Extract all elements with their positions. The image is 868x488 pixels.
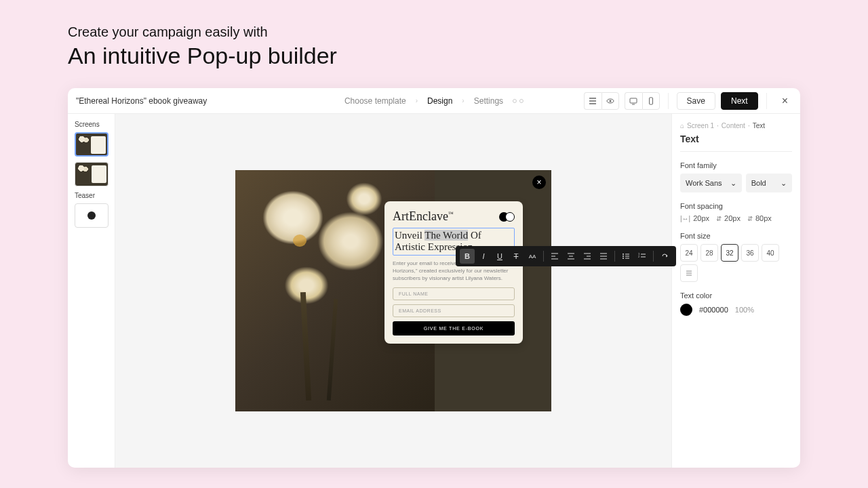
mobile-icon[interactable]: [642, 92, 660, 110]
hero-title: An intuitive Pop-up builder: [68, 43, 800, 69]
font-size-28[interactable]: 28: [701, 244, 718, 262]
font-size-group: 24 28 32 36 40: [680, 244, 792, 282]
cta-button[interactable]: GIVE ME THE E-BOOK: [393, 321, 515, 336]
redo-icon[interactable]: [657, 249, 672, 264]
step-indicator-dots: [513, 99, 524, 103]
line-height-icon: ⇵: [716, 215, 722, 222]
campaign-name: "Ethereal Horizons" ebook giveaway: [76, 96, 207, 106]
teaser-label: Teaser: [75, 192, 108, 199]
svg-rect-3: [649, 98, 652, 104]
svg-text:2: 2: [638, 255, 640, 258]
name-input[interactable]: FULL NAME: [393, 287, 515, 300]
breadcrumb: ⌂ Screen 1· Content· Text: [680, 122, 792, 129]
app-window: "Ethereal Horizons" ebook giveaway Choos…: [68, 88, 800, 468]
screen-thumb-2[interactable]: [75, 162, 108, 186]
align-center-icon[interactable]: [564, 249, 578, 264]
popup-close-icon[interactable]: ×: [532, 176, 546, 189]
svg-point-5: [623, 256, 624, 257]
font-size-24[interactable]: 24: [680, 244, 698, 262]
teaser-thumb[interactable]: [75, 203, 108, 228]
chevron-right-icon: ›: [416, 97, 418, 104]
align-left-icon[interactable]: [547, 249, 562, 264]
close-icon[interactable]: ×: [778, 95, 792, 107]
canvas[interactable]: × ArtEnclave™ Unveil The World Of Artist…: [115, 114, 671, 468]
svg-point-6: [623, 258, 624, 259]
paragraph-spacing-input[interactable]: ⇵80px: [747, 214, 772, 222]
brand-mark-icon: [499, 212, 515, 222]
save-button[interactable]: Save: [677, 92, 715, 110]
brand-logo: ArtEnclave™: [393, 209, 454, 224]
italic-icon[interactable]: I: [476, 249, 491, 264]
list-view-icon[interactable]: [584, 92, 601, 110]
paragraph-spacing-icon: ⇵: [747, 215, 753, 222]
bold-icon[interactable]: B: [460, 249, 475, 264]
letter-spacing-icon: |↔|: [680, 215, 690, 222]
svg-point-1: [609, 100, 611, 102]
screens-label: Screens: [75, 121, 108, 128]
svg-rect-2: [630, 98, 637, 103]
home-icon[interactable]: ⌂: [680, 122, 684, 129]
chevron-right-icon: ›: [462, 97, 464, 104]
font-family-select[interactable]: Work Sans⌄: [680, 174, 742, 192]
font-spacing-label: Font spacing: [680, 202, 792, 210]
color-swatch[interactable]: [680, 304, 692, 316]
font-size-more-icon[interactable]: [680, 264, 698, 282]
desktop-icon[interactable]: [625, 92, 642, 110]
letter-spacing-input[interactable]: |↔|20px: [680, 214, 709, 222]
chevron-down-icon: ⌄: [730, 179, 736, 188]
font-weight-select[interactable]: Bold⌄: [746, 174, 792, 192]
sidebar: Screens Teaser: [68, 114, 115, 468]
font-size-36[interactable]: 36: [741, 244, 759, 262]
chevron-down-icon: ⌄: [781, 179, 787, 188]
inspector-panel: ⌂ Screen 1· Content· Text Text Font fami…: [671, 114, 800, 468]
topbar: "Ethereal Horizons" ebook giveaway Choos…: [68, 88, 800, 114]
font-family-label: Font family: [680, 161, 792, 169]
color-hex[interactable]: #000000: [699, 306, 728, 314]
screen-thumb-1[interactable]: [75, 132, 108, 157]
strikethrough-icon[interactable]: T: [509, 249, 524, 264]
bullet-list-icon[interactable]: [618, 249, 633, 264]
popup-preview: × ArtEnclave™ Unveil The World Of Artist…: [235, 170, 551, 411]
underline-icon[interactable]: U: [492, 249, 507, 264]
align-justify-icon[interactable]: [596, 249, 611, 264]
text-case-icon[interactable]: AA: [525, 249, 540, 264]
wizard-steps: Choose template › Design › Settings: [344, 96, 524, 106]
step-design[interactable]: Design: [427, 96, 452, 106]
hero-subtitle: Create your campaign easily with: [68, 24, 800, 40]
font-size-32[interactable]: 32: [721, 244, 738, 262]
email-input[interactable]: EMAIL ADDRESS: [393, 304, 515, 317]
step-settings[interactable]: Settings: [474, 96, 503, 106]
text-toolbar: B I U T AA 12: [456, 246, 676, 266]
align-right-icon[interactable]: [580, 249, 595, 264]
numbered-list-icon[interactable]: 12: [635, 249, 650, 264]
preview-icon[interactable]: [601, 92, 619, 110]
text-color-label: Text color: [680, 291, 792, 300]
step-choose-template[interactable]: Choose template: [344, 96, 406, 106]
color-opacity[interactable]: 100%: [735, 306, 754, 314]
next-button[interactable]: Next: [721, 92, 758, 110]
svg-point-4: [623, 253, 624, 255]
popup-card: ArtEnclave™ Unveil The World Of Artistic…: [384, 201, 523, 344]
panel-title: Text: [680, 134, 792, 152]
font-size-label: Font size: [680, 232, 792, 240]
line-height-input[interactable]: ⇵20px: [716, 214, 741, 222]
font-size-40[interactable]: 40: [762, 244, 779, 262]
